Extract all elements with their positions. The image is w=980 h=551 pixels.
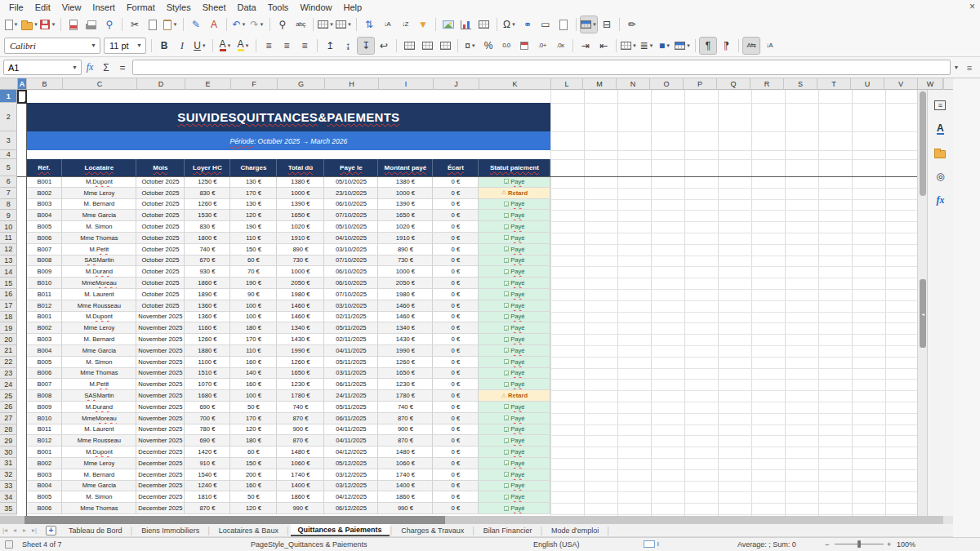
total-cell[interactable]: 730 €	[277, 256, 324, 267]
charges-cell[interactable]: 50 €	[230, 402, 277, 413]
charges-cell[interactable]: 120 €	[230, 210, 277, 221]
row-header-10[interactable]: 10	[0, 221, 17, 233]
mois-cell[interactable]: November 2025	[136, 402, 185, 413]
chevron-down-icon[interactable]: ▼	[33, 22, 38, 27]
charges-cell[interactable]: 60 €	[230, 256, 277, 267]
loyer-cell[interactable]: 830 €	[185, 188, 230, 199]
statut-cell[interactable]: ✓Payé	[479, 357, 550, 368]
montant-cell[interactable]: 1260 €	[378, 357, 433, 368]
vertical-scrollbar-thumb[interactable]	[920, 91, 926, 196]
mois-cell[interactable]: October 2025	[136, 199, 185, 211]
locataire-cell[interactable]: Mme Garcia	[62, 210, 136, 221]
locataire-cell[interactable]: M. Dupont	[62, 447, 136, 458]
ecart-cell[interactable]: 0 €	[433, 469, 479, 481]
ref-cell[interactable]: B008	[26, 390, 62, 402]
ecart-cell[interactable]: 0 €	[433, 435, 479, 447]
row-header-14[interactable]: 14	[0, 266, 17, 278]
function-wizard-icon[interactable]: fx	[82, 60, 98, 76]
functions-icon[interactable]: fx	[933, 193, 947, 207]
text-direction-vertical-button[interactable]: ↓A	[761, 38, 777, 54]
paye-le-cell[interactable]: 05/12/2025	[324, 458, 378, 469]
ref-cell[interactable]: B003	[26, 469, 62, 481]
sheet-tab-5[interactable]: Charges & Travaux	[394, 524, 471, 536]
row-header-12[interactable]: 12	[0, 244, 17, 256]
last-sheet-icon[interactable]: ▸|	[29, 527, 39, 534]
right-to-left-button[interactable]: ¶	[718, 38, 734, 54]
charges-cell[interactable]: 160 €	[230, 481, 277, 492]
ecart-cell[interactable]: 0 €	[433, 266, 479, 278]
copy-button[interactable]	[145, 16, 161, 33]
mois-cell[interactable]: November 2025	[136, 368, 185, 380]
column-header-S[interactable]: S	[784, 78, 817, 90]
chevron-down-icon[interactable]: ▼	[172, 22, 177, 27]
align-top-button[interactable]: ↥	[322, 38, 338, 54]
total-cell[interactable]: 1060 €	[277, 458, 324, 469]
paye-le-cell[interactable]: 05/10/2025	[324, 221, 378, 233]
row-header-11[interactable]: 11	[0, 233, 17, 244]
column-header-K[interactable]: K	[479, 78, 551, 90]
paye-le-cell[interactable]: 24/11/2025	[324, 390, 378, 402]
row-header-4[interactable]: 4	[0, 150, 17, 159]
mois-cell[interactable]: October 2025	[136, 266, 185, 278]
ref-cell[interactable]: B011	[26, 424, 62, 436]
insert-chart-button[interactable]	[458, 16, 474, 33]
locataire-cell[interactable]: M. Laurent	[62, 424, 136, 436]
paye-le-cell[interactable]: 06/10/2025	[324, 266, 378, 278]
row-header-19[interactable]: 19	[0, 322, 17, 334]
montant-cell[interactable]: 1020 €	[378, 221, 433, 233]
paye-le-cell[interactable]: 03/12/2025	[324, 469, 378, 481]
name-box[interactable]: A1 ▼	[3, 60, 82, 75]
montant-cell[interactable]: 1060 €	[378, 458, 433, 469]
vertical-scrollbar[interactable]: ◂	[917, 90, 927, 516]
montant-cell[interactable]: 1990 €	[378, 345, 433, 357]
charges-cell[interactable]: 130 €	[230, 199, 277, 211]
total-cell[interactable]: 1480 €	[277, 447, 324, 458]
montant-cell[interactable]: 1340 €	[378, 322, 433, 334]
paste-button[interactable]: ▼	[163, 16, 179, 33]
mois-cell[interactable]: October 2025	[136, 233, 185, 244]
total-cell[interactable]: 1380 €	[277, 176, 324, 188]
mois-cell[interactable]: October 2025	[136, 289, 185, 300]
statut-cell[interactable]: ⚠Retard	[479, 188, 550, 199]
montant-cell[interactable]: 1740 €	[378, 469, 433, 481]
row-header-7[interactable]: 7	[0, 188, 17, 199]
paye-le-cell[interactable]: 07/10/2025	[324, 256, 378, 267]
language-status[interactable]: English (USA)	[533, 540, 580, 549]
row-header-33[interactable]: 33	[0, 481, 17, 492]
sheet-tab-1[interactable]: Tableau de Bord	[61, 524, 130, 536]
bold-button[interactable]: B	[156, 38, 172, 54]
mois-cell[interactable]: November 2025	[136, 357, 185, 368]
title-banner[interactable]: SUIVI DES QUITTANCES & PAIEMENTS	[26, 103, 550, 131]
row-header-3[interactable]: 3	[0, 131, 17, 150]
ecart-cell[interactable]: 0 €	[433, 402, 479, 413]
chevron-down-icon[interactable]: ▼	[51, 22, 56, 27]
montant-cell[interactable]: 1780 €	[378, 390, 433, 402]
paye-le-cell[interactable]: 06/11/2025	[324, 413, 378, 424]
ecart-cell[interactable]: 0 €	[433, 379, 479, 390]
total-cell[interactable]: 1020 €	[277, 221, 324, 233]
total-cell[interactable]: 1990 €	[277, 345, 324, 357]
sum-icon[interactable]: Σ	[98, 60, 114, 76]
total-cell[interactable]: 1230 €	[277, 379, 324, 390]
paye-le-cell[interactable]: 02/11/2025	[324, 334, 378, 345]
font-name-combobox[interactable]: Calibri▼	[4, 38, 100, 54]
ecart-cell[interactable]: 0 €	[433, 233, 479, 244]
paye-le-cell[interactable]: 05/11/2025	[324, 402, 378, 413]
paye-le-cell[interactable]: 03/10/2025	[324, 300, 378, 312]
loyer-cell[interactable]: 1530 €	[185, 210, 230, 221]
charges-cell[interactable]: 170 €	[230, 334, 277, 345]
loyer-cell[interactable]: 1260 €	[185, 199, 230, 211]
charges-cell[interactable]: 120 €	[230, 503, 277, 514]
ecart-cell[interactable]: 0 €	[433, 368, 479, 380]
statut-cell[interactable]: ✓Payé	[479, 345, 550, 357]
charges-cell[interactable]: 110 €	[230, 345, 277, 357]
previous-sheet-icon[interactable]: ◂	[10, 527, 20, 534]
locataire-cell[interactable]: SAS Martin	[62, 390, 136, 402]
gallery-icon[interactable]	[933, 145, 947, 160]
loyer-cell[interactable]: 1240 €	[185, 481, 230, 492]
sheet-tab-2[interactable]: Biens Immobiliers	[134, 524, 207, 536]
locataire-cell[interactable]: Mme Moreau	[62, 413, 136, 424]
charges-cell[interactable]: 90 €	[230, 289, 277, 300]
menu-window[interactable]: Window	[294, 2, 337, 13]
chevron-down-icon[interactable]: ▼	[666, 43, 670, 48]
